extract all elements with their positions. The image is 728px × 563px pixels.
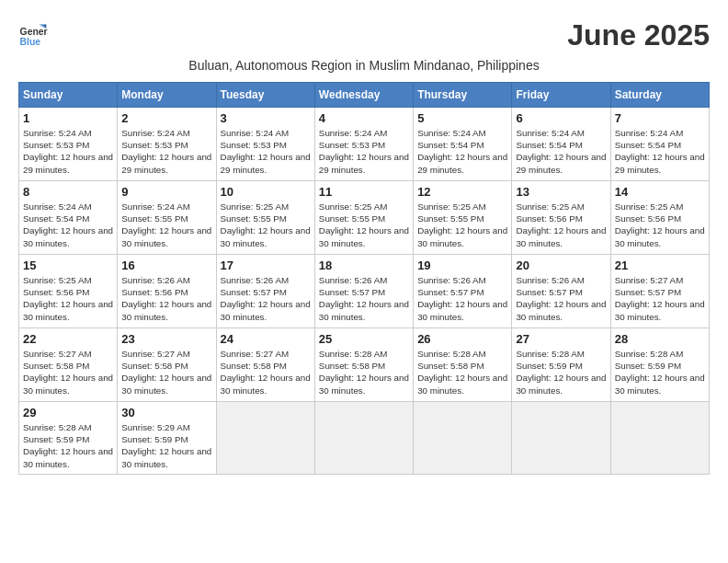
day-number: 19 (417, 259, 507, 272)
day-cell-26: 26 Sunrise: 5:28 AM Sunset: 5:58 PM Dayl… (414, 328, 512, 402)
day-number: 3 (221, 111, 311, 125)
day-info: Sunrise: 5:27 AM Sunset: 5:58 PM Dayligh… (23, 348, 113, 396)
day-info: Sunrise: 5:29 AM Sunset: 5:59 PM Dayligh… (121, 421, 211, 470)
day-info: Sunrise: 5:26 AM Sunset: 5:56 PM Dayligh… (121, 274, 211, 323)
day-cell-17: 17 Sunrise: 5:26 AM Sunset: 5:57 PM Dayl… (216, 255, 314, 328)
empty-cell (610, 402, 709, 475)
day-number: 18 (319, 259, 409, 272)
day-cell-14: 14 Sunrise: 5:25 AM Sunset: 5:56 PM Dayl… (610, 181, 709, 255)
day-info: Sunrise: 5:28 AM Sunset: 5:59 PM Dayligh… (516, 348, 606, 396)
day-cell-18: 18 Sunrise: 5:26 AM Sunset: 5:57 PM Dayl… (314, 255, 413, 328)
logo-icon: General Blue (18, 18, 48, 48)
day-info: Sunrise: 5:28 AM Sunset: 5:59 PM Dayligh… (23, 421, 113, 470)
day-info: Sunrise: 5:24 AM Sunset: 5:54 PM Dayligh… (417, 127, 507, 176)
column-header-monday: Monday (118, 83, 216, 108)
day-info: Sunrise: 5:26 AM Sunset: 5:57 PM Dayligh… (221, 274, 311, 323)
svg-text:Blue: Blue (20, 37, 41, 47)
day-number: 10 (221, 185, 311, 199)
day-info: Sunrise: 5:28 AM Sunset: 5:58 PM Dayligh… (417, 348, 507, 396)
empty-cell (414, 402, 512, 475)
day-cell-28: 28 Sunrise: 5:28 AM Sunset: 5:59 PM Dayl… (610, 328, 709, 402)
day-number: 1 (23, 111, 113, 125)
day-cell-23: 23 Sunrise: 5:27 AM Sunset: 5:58 PM Dayl… (118, 328, 216, 402)
header: General Blue June 2025 (18, 18, 710, 52)
day-number: 25 (319, 332, 409, 346)
day-cell-4: 4 Sunrise: 5:24 AM Sunset: 5:53 PM Dayli… (314, 108, 413, 181)
day-cell-6: 6 Sunrise: 5:24 AM Sunset: 5:54 PM Dayli… (512, 108, 610, 181)
day-info: Sunrise: 5:25 AM Sunset: 5:55 PM Dayligh… (417, 201, 507, 249)
day-number: 2 (121, 111, 211, 125)
day-number: 8 (23, 185, 113, 199)
svg-text:General: General (20, 27, 48, 37)
day-info: Sunrise: 5:26 AM Sunset: 5:57 PM Dayligh… (319, 274, 409, 323)
day-cell-27: 27 Sunrise: 5:28 AM Sunset: 5:59 PM Dayl… (512, 328, 610, 402)
empty-cell (314, 402, 413, 475)
day-cell-22: 22 Sunrise: 5:27 AM Sunset: 5:58 PM Dayl… (19, 328, 118, 402)
day-number: 7 (615, 111, 705, 125)
day-cell-12: 12 Sunrise: 5:25 AM Sunset: 5:55 PM Dayl… (414, 181, 512, 255)
column-header-friday: Friday (512, 83, 610, 108)
day-number: 11 (319, 185, 409, 199)
day-number: 6 (516, 111, 606, 125)
day-number: 27 (516, 332, 606, 346)
empty-cell (216, 402, 314, 475)
day-info: Sunrise: 5:25 AM Sunset: 5:56 PM Dayligh… (615, 201, 705, 249)
page-subtitle: Buluan, Autonomous Region in Muslim Mind… (18, 58, 710, 73)
calendar-week-4: 22 Sunrise: 5:27 AM Sunset: 5:58 PM Dayl… (19, 328, 710, 402)
day-cell-19: 19 Sunrise: 5:26 AM Sunset: 5:57 PM Dayl… (414, 255, 512, 328)
day-info: Sunrise: 5:24 AM Sunset: 5:53 PM Dayligh… (319, 127, 409, 176)
day-number: 23 (121, 332, 211, 346)
day-info: Sunrise: 5:28 AM Sunset: 5:58 PM Dayligh… (319, 348, 409, 396)
day-cell-7: 7 Sunrise: 5:24 AM Sunset: 5:54 PM Dayli… (610, 108, 709, 181)
day-info: Sunrise: 5:24 AM Sunset: 5:53 PM Dayligh… (121, 127, 211, 176)
day-cell-1: 1 Sunrise: 5:24 AM Sunset: 5:53 PM Dayli… (19, 108, 118, 181)
empty-cell (512, 402, 610, 475)
day-info: Sunrise: 5:24 AM Sunset: 5:53 PM Dayligh… (221, 127, 311, 176)
day-number: 26 (417, 332, 507, 346)
day-number: 9 (121, 185, 211, 199)
calendar-week-1: 1 Sunrise: 5:24 AM Sunset: 5:53 PM Dayli… (19, 108, 710, 181)
day-cell-2: 2 Sunrise: 5:24 AM Sunset: 5:53 PM Dayli… (118, 108, 216, 181)
day-cell-16: 16 Sunrise: 5:26 AM Sunset: 5:56 PM Dayl… (118, 255, 216, 328)
day-cell-3: 3 Sunrise: 5:24 AM Sunset: 5:53 PM Dayli… (216, 108, 314, 181)
day-cell-11: 11 Sunrise: 5:25 AM Sunset: 5:55 PM Dayl… (314, 181, 413, 255)
day-cell-30: 30 Sunrise: 5:29 AM Sunset: 5:59 PM Dayl… (118, 402, 216, 475)
day-info: Sunrise: 5:28 AM Sunset: 5:59 PM Dayligh… (615, 348, 705, 396)
day-number: 14 (615, 185, 705, 199)
day-number: 28 (615, 332, 705, 346)
day-info: Sunrise: 5:25 AM Sunset: 5:56 PM Dayligh… (23, 274, 113, 323)
day-info: Sunrise: 5:27 AM Sunset: 5:57 PM Dayligh… (615, 274, 705, 323)
calendar-week-2: 8 Sunrise: 5:24 AM Sunset: 5:54 PM Dayli… (19, 181, 710, 255)
day-number: 15 (23, 259, 113, 272)
column-header-tuesday: Tuesday (216, 83, 314, 108)
day-number: 4 (319, 111, 409, 125)
day-cell-10: 10 Sunrise: 5:25 AM Sunset: 5:55 PM Dayl… (216, 181, 314, 255)
day-info: Sunrise: 5:25 AM Sunset: 5:56 PM Dayligh… (516, 201, 606, 249)
day-number: 20 (516, 259, 606, 272)
day-number: 16 (121, 259, 211, 272)
day-number: 30 (121, 406, 211, 419)
calendar-week-3: 15 Sunrise: 5:25 AM Sunset: 5:56 PM Dayl… (19, 255, 710, 328)
column-header-wednesday: Wednesday (314, 83, 413, 108)
day-info: Sunrise: 5:24 AM Sunset: 5:54 PM Dayligh… (615, 127, 705, 176)
day-info: Sunrise: 5:26 AM Sunset: 5:57 PM Dayligh… (417, 274, 507, 323)
day-info: Sunrise: 5:25 AM Sunset: 5:55 PM Dayligh… (319, 201, 409, 249)
column-header-thursday: Thursday (414, 83, 512, 108)
day-number: 12 (417, 185, 507, 199)
day-number: 21 (615, 259, 705, 272)
day-cell-24: 24 Sunrise: 5:27 AM Sunset: 5:58 PM Dayl… (216, 328, 314, 402)
column-header-saturday: Saturday (610, 83, 709, 108)
day-cell-13: 13 Sunrise: 5:25 AM Sunset: 5:56 PM Dayl… (512, 181, 610, 255)
day-info: Sunrise: 5:24 AM Sunset: 5:54 PM Dayligh… (516, 127, 606, 176)
month-title: June 2025 (567, 18, 710, 52)
day-number: 5 (417, 111, 507, 125)
day-info: Sunrise: 5:26 AM Sunset: 5:57 PM Dayligh… (516, 274, 606, 323)
day-info: Sunrise: 5:27 AM Sunset: 5:58 PM Dayligh… (221, 348, 311, 396)
day-cell-8: 8 Sunrise: 5:24 AM Sunset: 5:54 PM Dayli… (19, 181, 118, 255)
day-number: 17 (221, 259, 311, 272)
day-cell-21: 21 Sunrise: 5:27 AM Sunset: 5:57 PM Dayl… (610, 255, 709, 328)
calendar-header-row: SundayMondayTuesdayWednesdayThursdayFrid… (19, 83, 710, 108)
day-number: 22 (23, 332, 113, 346)
day-info: Sunrise: 5:25 AM Sunset: 5:55 PM Dayligh… (221, 201, 311, 249)
day-cell-20: 20 Sunrise: 5:26 AM Sunset: 5:57 PM Dayl… (512, 255, 610, 328)
